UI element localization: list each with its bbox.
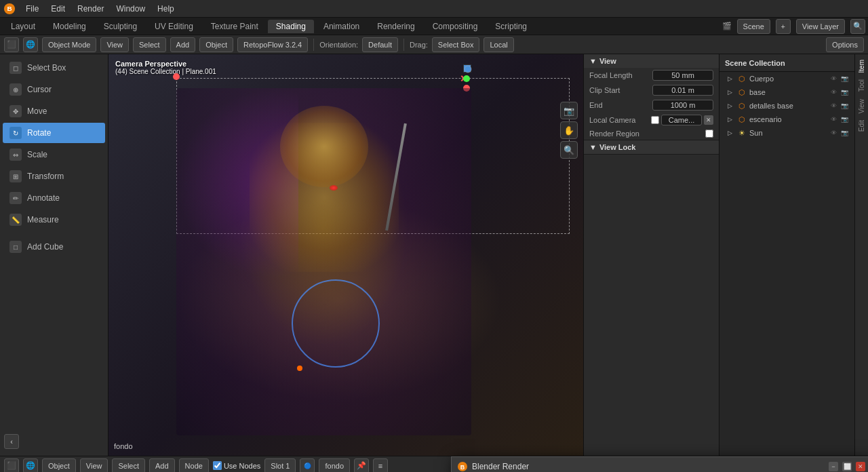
local-camera-close[interactable]: ✕: [704, 115, 713, 125]
node-select-menu[interactable]: Select: [112, 458, 145, 473]
node-editor-type-btn[interactable]: ⬛: [4, 458, 19, 473]
menu-edit[interactable]: Edit: [45, 3, 71, 15]
tool-move[interactable]: ✥ Move: [3, 101, 105, 121]
tab-sculpting[interactable]: Sculpting: [96, 20, 145, 33]
render-region-checkbox[interactable]: [705, 130, 713, 138]
base-vis-btn[interactable]: 👁: [829, 87, 838, 97]
main-area: ◻ Select Box ⊕ Cursor ✥ Move ↻ Rotate ⇔ …: [0, 54, 868, 456]
view-tab[interactable]: View: [856, 96, 867, 117]
render-close-btn[interactable]: ✕: [856, 462, 865, 471]
move-icon: ✥: [9, 105, 22, 117]
cuerpo-vis-btn[interactable]: 👁: [829, 74, 838, 83]
outliner-item-sun[interactable]: ▷ ☀ Sun 👁 📷: [719, 126, 854, 140]
tab-scripting[interactable]: Scripting: [487, 20, 535, 33]
search-btn[interactable]: 🔍: [850, 19, 865, 34]
render-maximize-btn[interactable]: ⬜: [842, 462, 852, 471]
axis-indicators: [463, 64, 471, 92]
pivot-select[interactable]: Local: [484, 37, 513, 52]
menu-file[interactable]: File: [20, 3, 44, 15]
node-add-menu[interactable]: Add: [149, 458, 175, 473]
tab-shading[interactable]: Shading: [268, 20, 314, 33]
outliner-item-escenario[interactable]: ▷ ⬡ escenario 👁 📷: [719, 113, 854, 126]
orientation-label: Orientation:: [319, 41, 358, 49]
select-menu[interactable]: Select: [133, 37, 166, 52]
use-nodes-checkbox[interactable]: [213, 461, 222, 470]
tool-annotate[interactable]: ✏ Annotate: [3, 188, 105, 208]
view-section-header[interactable]: ▼ View: [584, 54, 719, 68]
node-shading-btn[interactable]: 🌐: [23, 458, 38, 473]
render-window-titlebar: B Blender Render − ⬜ ✕: [452, 457, 868, 472]
tab-modeling[interactable]: Modeling: [45, 20, 94, 33]
tool-cursor[interactable]: ⊕ Cursor: [3, 79, 105, 100]
outliner-item-base[interactable]: ▷ ⬡ base 👁 📷: [719, 85, 854, 99]
svg-text:B: B: [460, 464, 465, 471]
detalles-mesh-icon: ⬡: [737, 101, 747, 111]
sun-vis-btn[interactable]: 👁: [829, 128, 838, 138]
view-layer-btn[interactable]: View Layer: [796, 19, 845, 34]
editor-type-btn[interactable]: ⬛: [4, 37, 19, 52]
tool-transform[interactable]: ⊞ Transform: [3, 166, 105, 186]
base-render-btn[interactable]: 📷: [840, 87, 849, 97]
camera-label: Camera Perspective: [115, 60, 216, 68]
node-extra-btn[interactable]: ≡: [373, 458, 388, 473]
menu-window[interactable]: Window: [111, 3, 151, 15]
add-workspace-btn[interactable]: +: [776, 19, 791, 34]
nav-camera-btn[interactable]: 📷: [560, 102, 578, 119]
local-camera-checkbox[interactable]: [651, 116, 659, 124]
tab-rendering[interactable]: Rendering: [369, 20, 422, 33]
tab-uvediting[interactable]: UV Editing: [146, 20, 201, 33]
workspace-name[interactable]: Scene: [737, 19, 770, 34]
tool-measure[interactable]: 📏 Measure: [3, 210, 105, 230]
drag-label: Drag:: [410, 41, 428, 49]
slot-select[interactable]: Slot 1: [264, 458, 296, 473]
drag-select[interactable]: Select Box: [432, 37, 480, 52]
render-minimize-btn[interactable]: −: [829, 462, 838, 471]
outliner-item-cuerpo[interactable]: ▷ ⬡ Cuerpo 👁 📷: [719, 72, 854, 85]
view-lock-header[interactable]: ▼ View Lock: [584, 140, 719, 154]
item-tab[interactable]: Item: [856, 57, 867, 75]
orientation-select[interactable]: Default: [362, 37, 398, 52]
corner-marker-tl: [173, 73, 180, 80]
detalles-vis-btn[interactable]: 👁: [829, 101, 838, 111]
view-menu[interactable]: View: [100, 37, 129, 52]
escenario-vis-btn[interactable]: 👁: [829, 115, 838, 124]
node-pin-btn[interactable]: 📌: [354, 458, 369, 473]
tool-scale[interactable]: ⇔ Scale: [3, 144, 105, 165]
node-view-menu[interactable]: View: [80, 458, 108, 473]
escenario-actions: 👁 📷: [829, 115, 849, 124]
options-btn[interactable]: Options: [826, 37, 864, 52]
escenario-render-btn[interactable]: 📷: [840, 115, 849, 124]
tab-animation[interactable]: Animation: [315, 20, 368, 33]
svg-text:B: B: [7, 4, 12, 12]
add-menu[interactable]: Add: [170, 37, 196, 52]
detalles-render-btn[interactable]: 📷: [840, 101, 849, 111]
object-menu[interactable]: Object: [199, 37, 233, 52]
edit-tab[interactable]: Edit: [856, 117, 867, 134]
tool-rotate[interactable]: ↻ Rotate: [3, 123, 105, 143]
nav-zoom-btn[interactable]: 🔍: [560, 141, 578, 159]
node-node-menu[interactable]: Node: [179, 458, 209, 473]
viewport[interactable]: Camera Perspective (44) Scene Collection…: [108, 54, 583, 456]
tab-texturepaint[interactable]: Texture Paint: [203, 20, 267, 33]
tool-add-cube[interactable]: □ Add Cube: [3, 237, 105, 257]
viewport-navigation: 📷 ✋ 🔍: [560, 102, 578, 159]
mode-select[interactable]: Object Mode: [42, 37, 96, 52]
tab-layout[interactable]: Layout: [3, 20, 43, 33]
cuerpo-render-btn[interactable]: 📷: [840, 74, 849, 83]
viewport-shading-btn[interactable]: 🌐: [23, 37, 38, 52]
cam-nav-sphere[interactable]: [463, 64, 471, 73]
outliner-item-detalles[interactable]: ▷ ⬡ detalles base 👁 📷: [719, 99, 854, 113]
material-name[interactable]: fondo: [319, 458, 350, 473]
render-window[interactable]: B Blender Render − ⬜ ✕ ⬛ 📷 View View Ima…: [451, 456, 868, 472]
transform-icon: ⊞: [9, 170, 22, 182]
sidebar-toggle[interactable]: ‹: [4, 434, 19, 449]
sun-render-btn[interactable]: 📷: [840, 128, 849, 138]
nav-hand-btn[interactable]: ✋: [560, 121, 578, 139]
menu-render[interactable]: Render: [72, 3, 109, 15]
tab-compositing[interactable]: Compositing: [425, 20, 486, 33]
tool-tab[interactable]: Tool: [856, 77, 867, 94]
tool-select-box[interactable]: ◻ Select Box: [3, 58, 105, 78]
node-object-select[interactable]: Object: [42, 458, 76, 473]
menu-help[interactable]: Help: [152, 3, 180, 15]
overlay-btn[interactable]: RetopoFlow 3.2.4: [237, 37, 308, 52]
